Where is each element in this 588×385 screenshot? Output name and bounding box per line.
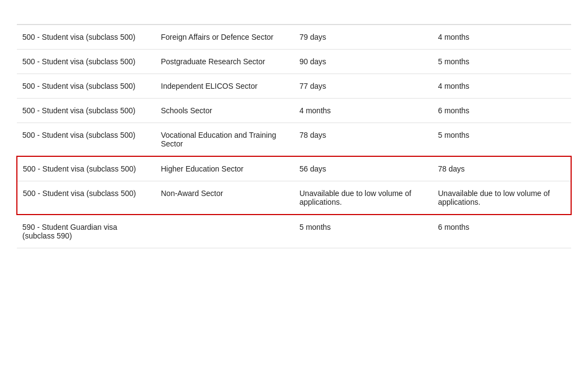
cell-visa: 500 - Student visa (subclass 500) [17,74,156,99]
cell-pct90: Unavailable due to low volume of applica… [433,181,572,215]
cell-stream: Postgraduate Research Sector [156,50,295,74]
cell-stream: Higher Education Sector [156,156,295,181]
table-header-row [17,11,571,25]
cell-visa: 500 - Student visa (subclass 500) [17,156,156,181]
cell-pct90: 6 months [433,99,572,123]
cell-stream [156,215,295,248]
cell-pct90: 78 days [433,156,572,181]
cell-visa: 500 - Student visa (subclass 500) [17,99,156,123]
cell-visa: 500 - Student visa (subclass 500) [17,123,156,157]
cell-pct75: 79 days [294,25,433,50]
cell-stream: Independent ELICOS Sector [156,74,295,99]
cell-pct90: 5 months [433,123,572,157]
header-pct75 [294,11,433,25]
header-visa [17,11,156,25]
table-row: 500 - Student visa (subclass 500)Foreign… [17,25,571,50]
table-row: 500 - Student visa (subclass 500)Indepen… [17,74,571,99]
header-stream [156,11,295,25]
cell-visa: 590 - Student Guardian visa (subclass 59… [17,215,156,248]
cell-stream: Vocational Education and Training Sector [156,123,295,157]
header-pct90 [433,11,572,25]
table-row: 500 - Student visa (subclass 500)Vocatio… [17,123,571,157]
cell-pct90: 6 months [433,215,572,248]
cell-pct75: 56 days [294,156,433,181]
cell-pct90: 5 months [433,50,572,74]
cell-pct75: Unavailable due to low volume of applica… [294,181,433,215]
cell-stream: Non-Award Sector [156,181,295,215]
cell-pct75: 77 days [294,74,433,99]
cell-pct75: 4 months [294,99,433,123]
cell-pct75: 78 days [294,123,433,157]
table-row: 500 - Student visa (subclass 500)Postgra… [17,50,571,74]
cell-pct75: 90 days [294,50,433,74]
table-row: 500 - Student visa (subclass 500)Non-Awa… [17,181,571,215]
table-row: 500 - Student visa (subclass 500)Higher … [17,156,571,181]
cell-pct90: 4 months [433,25,572,50]
cell-visa: 500 - Student visa (subclass 500) [17,50,156,74]
table-row: 590 - Student Guardian visa (subclass 59… [17,215,571,248]
cell-pct90: 4 months [433,74,572,99]
cell-pct75: 5 months [294,215,433,248]
cell-visa: 500 - Student visa (subclass 500) [17,25,156,50]
cell-stream: Foreign Affairs or Defence Sector [156,25,295,50]
cell-stream: Schools Sector [156,99,295,123]
table-row: 500 - Student visa (subclass 500)Schools… [17,99,571,123]
cell-visa: 500 - Student visa (subclass 500) [17,181,156,215]
